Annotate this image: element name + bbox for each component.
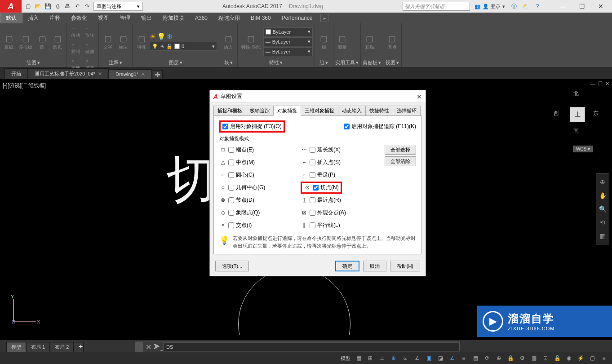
maximize-button[interactable]: ☐	[572, 1, 591, 12]
tab-close-icon[interactable]: ✕	[98, 71, 102, 76]
ribbon-panel-title[interactable]: 实用工具 ▾	[335, 59, 359, 66]
viewcube-e[interactable]: 东	[593, 110, 599, 117]
layer-dropdown[interactable]: 💡☀🔓0▾	[150, 42, 217, 51]
search-input[interactable]: 键入关键字或短语	[403, 2, 470, 11]
ribbon-btn[interactable]: ▢直线	[2, 27, 16, 57]
qat-open-icon[interactable]: 📂	[33, 2, 42, 11]
snap-checkbox[interactable]: ○圆心(C)	[219, 171, 254, 179]
annoscale-icon[interactable]: 🔒	[505, 353, 516, 363]
otrack-icon[interactable]: ∠	[447, 353, 457, 363]
viewcube-s[interactable]: 南	[573, 127, 579, 135]
snap-checkbox[interactable]: ∥平行线(L)	[301, 222, 340, 229]
snap-checkbox[interactable]: ×交点(I)	[219, 222, 252, 229]
command-line[interactable]: ⋮⋮ ✕ ⮞_ DS	[135, 342, 460, 352]
exchange-icon[interactable]: Ⓧ	[510, 2, 519, 11]
fullnav-icon[interactable]: ⊕	[597, 177, 608, 187]
ribbon-panel-title[interactable]: 剪贴板 ▾	[363, 59, 381, 66]
file-tab-2[interactable]: Drawing1*✕	[109, 69, 152, 79]
dynamic-input-icon[interactable]: ⊕	[388, 353, 399, 363]
snap-checkbox[interactable]: ⊠外观交点(A)	[301, 209, 346, 217]
new-tab-button[interactable]: ✚	[153, 70, 163, 79]
annomonitor-icon[interactable]: ⊕	[493, 353, 504, 363]
lockui-icon[interactable]: 🔓	[552, 353, 563, 363]
ribbon-btn[interactable]: ▢圆	[35, 27, 49, 57]
ribbon-panel-title[interactable]: 绘图 ▾	[2, 59, 65, 66]
osnap-icon[interactable]: ▣	[423, 353, 434, 363]
prop-dropdown-1[interactable]: —ByLayer▾	[263, 37, 313, 46]
qat-new-icon[interactable]: ▢	[23, 2, 32, 11]
view-label[interactable]: [-][俯视][二维线框]	[3, 82, 46, 89]
close-button[interactable]: ✕	[591, 1, 610, 12]
doc-restore-icon[interactable]: ❐	[598, 81, 603, 87]
layout-tab-2[interactable]: 布局 2	[50, 342, 74, 352]
workspace-dropdown[interactable]: 草图与注释 ▾	[93, 2, 143, 11]
hardware-icon[interactable]: ⚡	[575, 353, 586, 363]
dialog-titlebar[interactable]: A 草图设置 ✕	[210, 90, 426, 103]
viewcube[interactable]: 北 南 东 西 上	[554, 90, 599, 135]
snap-checkbox[interactable]: ⌐垂足(P)	[301, 171, 335, 179]
ucs-icon[interactable]: Y X	[9, 295, 40, 326]
dialog-tab-0[interactable]: 捕捉和栅格	[213, 106, 246, 116]
viewcube-n[interactable]: 北	[573, 90, 579, 98]
snap-checkbox[interactable]: □端点(E)	[219, 146, 254, 154]
dialog-tab-3[interactable]: 三维对象捕捉	[301, 106, 338, 116]
cycling-icon[interactable]: ⟳	[482, 353, 492, 363]
qat-saveas-icon[interactable]: ⎙	[53, 2, 62, 11]
viewcube-face[interactable]: 上	[570, 107, 585, 122]
ribbon-panel-title[interactable]: 块 ▾	[221, 59, 235, 66]
qat-undo-icon[interactable]: ↶	[73, 2, 82, 11]
menu-tab-0[interactable]: 默认	[0, 13, 22, 23]
cmd-close-icon[interactable]: ✕	[143, 343, 153, 351]
polar-icon[interactable]: ∠	[412, 353, 422, 363]
menu-tab-10[interactable]: BIM 360	[245, 13, 276, 23]
menu-tab-11[interactable]: Performance	[276, 13, 318, 23]
dialog-tab-2[interactable]: 对象捕捉	[273, 106, 301, 116]
cleanscreen-icon[interactable]: ▢	[587, 353, 598, 363]
zoom-icon[interactable]: 🔍	[597, 204, 608, 214]
customize-icon[interactable]: ≡	[599, 353, 609, 363]
ribbon-btn[interactable]: ▫镜像	[83, 40, 97, 56]
dialog-tab-4[interactable]: 动态输入	[338, 106, 366, 116]
enable-track-checkbox[interactable]: 启用对象捕捉追踪 (F11)(K)	[344, 123, 416, 130]
help-icon[interactable]: ?	[533, 2, 542, 11]
ribbon-btn[interactable]: ▢文字	[101, 27, 115, 57]
menu-tab-5[interactable]: 管理	[114, 13, 136, 23]
lineweight-icon[interactable]: ≡	[458, 353, 469, 363]
orbit-icon[interactable]: ⟲	[597, 217, 608, 228]
ribbon-btn[interactable]: ▢测量	[335, 27, 350, 57]
ribbon-btn[interactable]: ▢特性	[134, 27, 149, 57]
ribbon-btn[interactable]: ▢特性 匹配	[239, 27, 262, 57]
snap-checkbox[interactable]: ⌶最近点(R)	[301, 196, 341, 204]
qat-plot-icon[interactable]: 🖶	[63, 2, 72, 11]
app-logo[interactable]: A	[0, 0, 22, 13]
doc-close-icon[interactable]: ✕	[605, 81, 609, 87]
cmd-recent-icon[interactable]: ⮞_	[153, 343, 163, 351]
ortho-icon[interactable]: ⊾	[400, 353, 411, 363]
qat-redo-icon[interactable]: ↷	[83, 2, 92, 11]
snap-checkbox[interactable]: ⋯延长线(X)	[301, 146, 341, 154]
menu-tab-6[interactable]: 输出	[136, 13, 157, 23]
ribbon-panel-title[interactable]: 注释 ▾	[101, 59, 130, 66]
workspace-icon[interactable]: ⚙	[517, 353, 528, 363]
ribbon-btn[interactable]: ▫旋转	[83, 24, 97, 40]
ribbon-btn[interactable]: ▢组	[317, 27, 331, 57]
ribbon-btn[interactable]: ▢多段线	[17, 27, 34, 57]
snap-checkbox[interactable]: ○几何中心(G)	[219, 184, 265, 191]
menu-tab-2[interactable]: 注释	[44, 13, 66, 23]
a360-icon[interactable]: ⛅	[521, 2, 530, 11]
layout-tab-0[interactable]: 模型	[6, 342, 26, 352]
snap-checkbox[interactable]: ⌐插入点(S)	[301, 159, 341, 166]
quickprops-icon[interactable]: ⊡	[540, 353, 551, 363]
tab-close-icon[interactable]: ✕	[141, 71, 145, 77]
cancel-button[interactable]: 取消	[363, 261, 386, 271]
layout-tab-1[interactable]: 布局 1	[26, 342, 50, 352]
snap-checkbox[interactable]: ⊗节点(D)	[219, 196, 254, 204]
isolate-icon[interactable]: ◉	[563, 353, 574, 363]
ribbon-btn[interactable]: ▢标注	[116, 27, 130, 57]
menu-tab-1[interactable]: 插入	[22, 13, 44, 23]
pan-icon[interactable]: ✋	[597, 190, 608, 201]
prop-dropdown-2[interactable]: —ByLayer▾	[263, 47, 313, 56]
units-icon[interactable]: ▥	[528, 353, 539, 363]
enable-osnap-checkbox[interactable]: 启用对象捕捉 (F3)(O)	[222, 123, 282, 130]
showmotion-icon[interactable]: ▦	[597, 231, 608, 241]
